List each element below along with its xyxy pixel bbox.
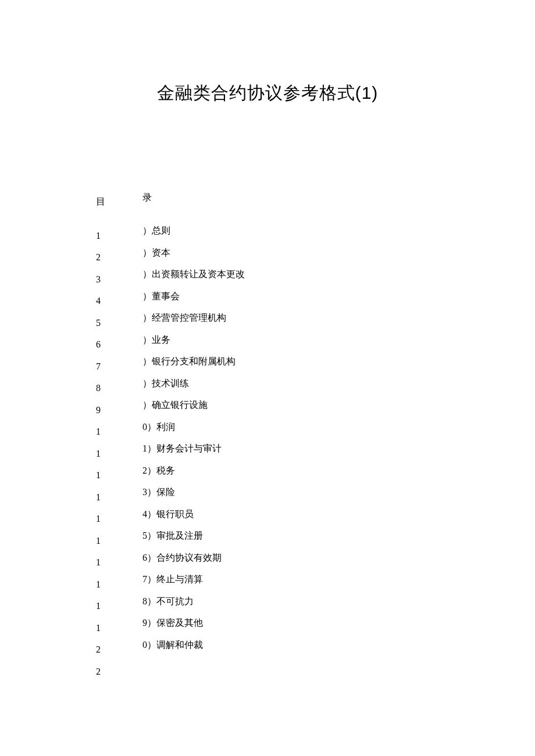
toc-item-left: 2 xyxy=(96,242,142,264)
toc-item-right: ）经营管控管理机构 xyxy=(142,307,245,329)
toc-item-right: ）总则 xyxy=(142,220,245,242)
toc-item-right xyxy=(142,656,245,678)
toc-item-right: 0）利润 xyxy=(142,417,245,439)
toc-item-right: 1）财务会计与审计 xyxy=(142,438,245,460)
toc-item-left: 1 xyxy=(96,220,142,242)
toc-item-left: 1 xyxy=(96,417,142,439)
toc-item-right: 2）税务 xyxy=(142,460,245,482)
toc-item-left: 1 xyxy=(96,438,142,460)
toc-item-right: 6）合约协议有效期 xyxy=(142,547,245,569)
toc-item-right: 0）调解和仲裁 xyxy=(142,635,245,657)
toc-item-right: ）技术训练 xyxy=(142,373,245,395)
table-of-contents: 目 1 2 3 4 5 6 7 8 9 1 1 1 1 1 1 1 1 1 1 … xyxy=(96,181,439,678)
toc-right-column: 录 ）总则 ）资本 ）出资额转让及资本更改 ）董事会 ）经营管控管理机构 ）业务… xyxy=(142,181,245,678)
toc-item-right: 3）保险 xyxy=(142,482,245,504)
toc-item-right: 9）保密及其他 xyxy=(142,612,245,635)
toc-item-left: 5 xyxy=(96,307,142,329)
toc-item-left: 7 xyxy=(96,351,142,373)
toc-item-right: ）资本 xyxy=(142,242,245,264)
toc-item-left: 6 xyxy=(96,329,142,352)
toc-item-left: 3 xyxy=(96,264,142,286)
toc-item-left: 9 xyxy=(96,395,142,417)
toc-item-left: 2 xyxy=(96,635,142,657)
document-title: 金融类合约协议参考格式(1) xyxy=(96,81,439,105)
toc-item-right: ）董事会 xyxy=(142,286,245,308)
toc-item-left: 8 xyxy=(96,373,142,395)
toc-item-right: ）出资额转让及资本更改 xyxy=(142,264,245,286)
toc-item-right: ）银行分支和附属机构 xyxy=(142,351,245,373)
toc-header-left: 目 xyxy=(96,181,142,214)
document-page: 金融类合约协议参考格式(1) 目 1 2 3 4 5 6 7 8 9 1 1 1… xyxy=(0,0,535,678)
toc-item-right: ）确立银行设施 xyxy=(142,395,245,417)
toc-item-left: 1 xyxy=(96,504,142,526)
toc-item-right: 7）终止与清算 xyxy=(142,569,245,591)
toc-item-left: 1 xyxy=(96,525,142,547)
toc-item-left: 1 xyxy=(96,591,142,613)
toc-header-right: 录 xyxy=(142,181,245,214)
toc-item-left: 1 xyxy=(96,547,142,569)
toc-left-column: 目 1 2 3 4 5 6 7 8 9 1 1 1 1 1 1 1 1 1 1 … xyxy=(96,181,142,678)
toc-item-left: 1 xyxy=(96,569,142,591)
toc-item-right: ）业务 xyxy=(142,329,245,352)
toc-item-right: 4）银行职员 xyxy=(142,504,245,526)
toc-item-left: 4 xyxy=(96,286,142,308)
toc-item-left: 1 xyxy=(96,460,142,482)
toc-item-left: 1 xyxy=(96,612,142,635)
toc-item-right: 5）审批及注册 xyxy=(142,525,245,547)
toc-item-right: 8）不可抗力 xyxy=(142,591,245,613)
toc-item-left: 1 xyxy=(96,482,142,504)
toc-item-left: 2 xyxy=(96,656,142,678)
